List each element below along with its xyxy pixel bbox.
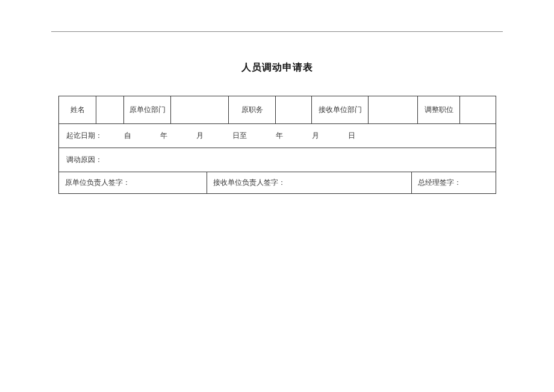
date-month1: 月 bbox=[196, 131, 204, 141]
recv-dept-label: 接收单位部门 bbox=[312, 96, 369, 124]
transfer-form-table: 姓名 原单位部门 原职务 接收单位部门 调整职位 起讫日期： 自 年 月 日至 … bbox=[58, 96, 496, 194]
date-range-cell: 起讫日期： 自 年 月 日至 年 月 日 bbox=[59, 124, 496, 148]
date-from: 自 bbox=[124, 131, 131, 141]
sig-orig-label: 原单位负责人签字： bbox=[65, 178, 130, 187]
sig-recv-cell: 接收单位负责人签字： bbox=[207, 172, 412, 194]
date-range-text: 起讫日期： 自 年 月 日至 年 月 日 bbox=[66, 131, 355, 140]
date-range-row: 起讫日期： 自 年 月 日至 年 月 日 bbox=[59, 124, 496, 148]
signature-row: 原单位负责人签字： 接收单位负责人签字： 总经理签字： bbox=[59, 172, 496, 194]
date-year2: 年 bbox=[276, 131, 283, 141]
reason-row: 调动原因： bbox=[59, 148, 496, 172]
sig-orig-cell: 原单位负责人签字： bbox=[59, 172, 207, 194]
orig-title-value bbox=[276, 96, 312, 124]
adj-title-value bbox=[460, 96, 496, 124]
reason-label: 调动原因： bbox=[66, 155, 102, 164]
orig-dept-value bbox=[171, 96, 229, 124]
name-value bbox=[96, 96, 124, 124]
header-row: 姓名 原单位部门 原职务 接收单位部门 调整职位 bbox=[59, 96, 496, 124]
date-month2: 月 bbox=[312, 131, 319, 141]
form-title: 人员调动申请表 bbox=[0, 61, 554, 74]
date-year1: 年 bbox=[160, 131, 167, 141]
page-top-rule bbox=[51, 31, 503, 32]
orig-title-label: 原职务 bbox=[229, 96, 276, 124]
sig-recv-label: 接收单位负责人签字： bbox=[213, 178, 285, 187]
date-label: 起讫日期： bbox=[66, 131, 102, 141]
sig-gm-cell: 总经理签字： bbox=[412, 172, 496, 194]
date-to: 日至 bbox=[232, 131, 247, 141]
recv-dept-value bbox=[369, 96, 418, 124]
adj-title-label: 调整职位 bbox=[418, 96, 460, 124]
reason-cell: 调动原因： bbox=[59, 148, 496, 172]
sig-gm-label: 总经理签字： bbox=[418, 178, 461, 187]
orig-dept-label: 原单位部门 bbox=[124, 96, 171, 124]
name-label: 姓名 bbox=[59, 96, 96, 124]
date-day2: 日 bbox=[348, 131, 355, 141]
